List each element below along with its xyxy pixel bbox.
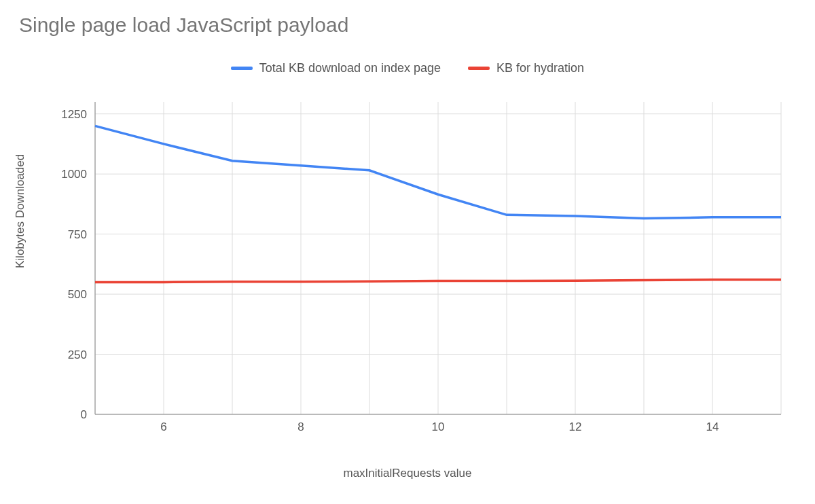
y-tick-label: 1250 (61, 108, 87, 121)
y-axis-label: Kilobytes Downloaded (14, 154, 27, 268)
legend-label-hydration: KB for hydration (496, 61, 584, 75)
legend-item-total: Total KB download on index page (231, 61, 441, 75)
series-line-hydration (95, 280, 781, 283)
x-tick-label: 6 (160, 420, 166, 433)
x-tick-label: 8 (297, 420, 304, 433)
y-tick-label: 500 (68, 288, 87, 301)
chart-plot-area: 02505007501000125068101214 (95, 95, 781, 435)
chart-legend: Total KB download on index page KB for h… (0, 61, 815, 75)
y-tick-label: 250 (68, 348, 87, 361)
chart-title: Single page load JavaScript payload (19, 14, 348, 37)
chart-svg: 02505007501000125068101214 (95, 95, 781, 435)
y-tick-label: 1000 (61, 168, 87, 181)
y-tick-label: 750 (68, 228, 87, 241)
legend-swatch-blue (231, 67, 253, 70)
x-tick-label: 14 (706, 420, 719, 433)
legend-item-hydration: KB for hydration (468, 61, 584, 75)
y-tick-label: 0 (81, 408, 87, 421)
x-tick-label: 10 (432, 420, 445, 433)
x-tick-label: 12 (569, 420, 582, 433)
x-axis-label: maxInitialRequests value (0, 467, 815, 480)
legend-label-total: Total KB download on index page (259, 61, 441, 75)
legend-swatch-red (468, 67, 490, 70)
